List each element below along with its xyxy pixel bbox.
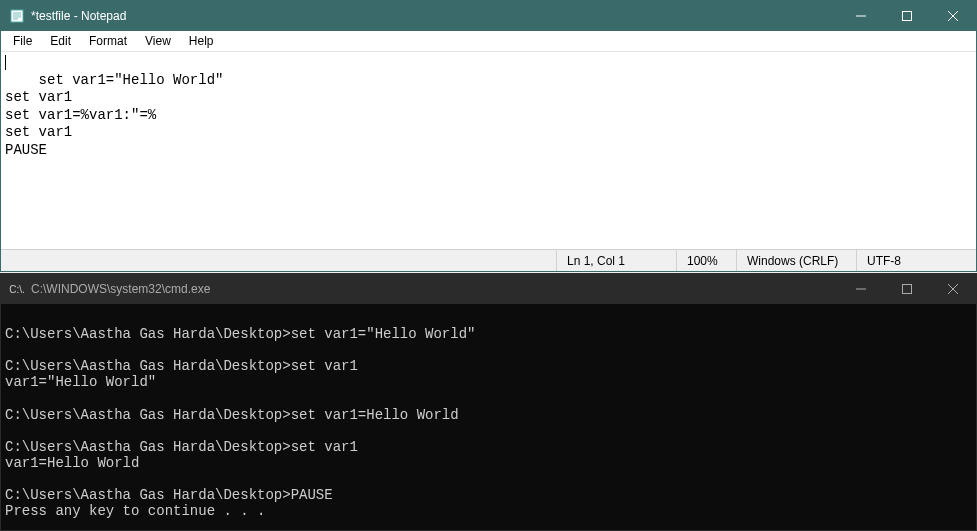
menu-file[interactable]: File [5,32,40,50]
cmd-window-controls [838,274,976,304]
notepad-title: *testfile - Notepad [31,9,838,23]
status-line-ending: Windows (CRLF) [736,250,856,271]
cmd-icon: C:\. [9,281,25,297]
notepad-window-controls [838,1,976,31]
notepad-menubar: File Edit Format View Help [1,31,976,52]
svg-rect-10 [903,285,912,294]
menu-format[interactable]: Format [81,32,135,50]
editor-content: set var1="Hello World" set var1 set var1… [5,72,223,158]
cmd-window: C:\. C:\WINDOWS\system32\cmd.exe C:\User… [0,273,977,531]
status-position: Ln 1, Col 1 [556,250,676,271]
cmd-titlebar[interactable]: C:\. C:\WINDOWS\system32\cmd.exe [1,274,976,304]
status-zoom: 100% [676,250,736,271]
close-button[interactable] [930,1,976,31]
minimize-button[interactable] [838,1,884,31]
svg-rect-0 [11,10,23,22]
notepad-titlebar[interactable]: *testfile - Notepad [1,1,976,31]
notepad-window: *testfile - Notepad File Edit Format Vie… [0,0,977,272]
cmd-title: C:\WINDOWS\system32\cmd.exe [31,282,838,296]
notepad-statusbar: Ln 1, Col 1 100% Windows (CRLF) UTF-8 [1,249,976,271]
menu-edit[interactable]: Edit [42,32,79,50]
notepad-editor[interactable]: set var1="Hello World" set var1 set var1… [1,52,976,249]
svg-rect-6 [903,12,912,21]
notepad-icon [9,8,25,24]
text-cursor [5,55,6,70]
cmd-close-button[interactable] [930,274,976,304]
cmd-output[interactable]: C:\Users\Aastha Gas Harda\Desktop>set va… [1,304,976,530]
status-encoding: UTF-8 [856,250,976,271]
cmd-minimize-button[interactable] [838,274,884,304]
maximize-button[interactable] [884,1,930,31]
menu-help[interactable]: Help [181,32,222,50]
menu-view[interactable]: View [137,32,179,50]
cmd-maximize-button[interactable] [884,274,930,304]
